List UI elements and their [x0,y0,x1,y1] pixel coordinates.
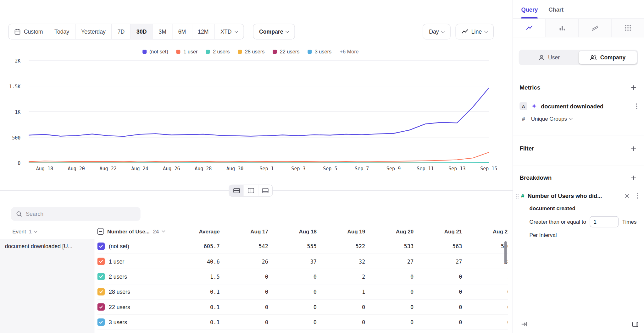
split-vertical-icon[interactable] [244,185,258,196]
legend-item[interactable]: 2 users [206,49,230,54]
series-checkbox[interactable] [97,243,105,250]
table-scrollbar[interactable] [504,241,507,264]
table-row: 3 users0.1000000 [97,315,508,330]
breakdown-condition-label[interactable]: Greater than or equal to [530,219,586,225]
company-icon [590,54,597,61]
scope-company-button[interactable]: Company [579,51,637,64]
kebab-icon[interactable] [636,103,637,109]
breakdown-value-input[interactable] [590,216,619,227]
cell-value: 0 [414,274,462,280]
aggregation-label: Unique Groups [531,116,567,122]
metric-item[interactable]: A document downloaded # Unique Groups [513,102,644,122]
scope-company-label: Company [600,54,625,61]
granularity-button[interactable]: Day [423,24,451,40]
legend-more[interactable]: +6 More [340,49,358,54]
cell-value: 555 [268,243,317,249]
add-metric-button[interactable] [629,83,637,91]
add-breakdown-button[interactable] [629,173,637,182]
legend-swatch [238,50,242,54]
drag-handle-icon[interactable] [516,194,519,199]
cell-value: 536 [462,243,508,249]
cell-value: 0 [462,304,508,310]
breakdown-property-name[interactable]: Number of Users who did... [528,193,602,199]
legend-item[interactable]: (not set) [142,49,168,54]
series-checkbox[interactable] [97,273,105,281]
grid-dots-icon[interactable] [611,19,644,37]
cell-value: 2 [317,274,365,280]
event-name-cell[interactable]: document downloaded [U... [0,239,94,333]
line-chart-icon[interactable] [513,19,545,37]
legend-swatch [273,50,277,54]
series-checkbox[interactable] [97,319,105,326]
line-chart[interactable] [29,60,489,163]
legend-item[interactable]: 1 user [176,49,198,54]
average-value: 605.7 [177,243,220,249]
tab-chart[interactable]: Chart [548,0,564,19]
flow-chart-icon[interactable] [578,19,611,37]
split-horizontal-icon[interactable] [229,185,244,196]
kebab-icon[interactable] [636,193,638,199]
series-count: 24 [153,228,159,235]
chart-style-label: Line [471,29,482,35]
metric-name: document downloaded [541,103,603,109]
series-column-header[interactable]: Number of Use... 24 [97,228,165,235]
legend-item[interactable]: 28 users [238,49,265,54]
chevron-down-icon [162,229,165,232]
add-filter-button[interactable] [629,145,637,153]
date-column-header: Aug 18 [268,229,317,235]
close-icon[interactable] [625,194,629,198]
breakdown-per-interval[interactable]: Per Interval [513,232,638,238]
event-column-header[interactable]: Event 1 [12,229,37,235]
breakdown-title: Breakdown [519,174,552,181]
breakdown-unit-label: Times [622,219,637,225]
cell-value: 1 [462,274,508,280]
average-value: 40.6 [177,258,220,265]
range-preset-12m[interactable]: 12M [192,24,214,39]
hash-icon: # [521,193,524,199]
average-value: 0.1 [177,289,220,295]
date-column-header: Aug 22 [462,229,508,235]
search-input[interactable] [26,211,136,217]
series-checkbox[interactable] [97,288,105,296]
cell-value: 28 [462,258,508,265]
collapse-panel-icon[interactable] [521,321,528,327]
range-preset-today[interactable]: Today [49,24,75,39]
calendar-icon [14,29,21,35]
custom-range-button[interactable]: Custom [8,24,48,39]
legend-swatch [308,50,312,54]
filter-section-header: Filter [513,145,644,153]
legend-item[interactable]: 22 users [273,49,300,54]
tab-query[interactable]: Query [521,0,538,19]
bottom-panel-icon[interactable] [258,185,272,196]
cell-value: 26 [220,258,268,265]
search-box[interactable] [11,207,140,221]
cell-value: 0 [365,304,414,310]
bar-chart-icon[interactable] [546,19,578,37]
sidebar-icon[interactable] [632,321,638,327]
user-icon [539,54,545,61]
range-preset-7d[interactable]: 7D [111,24,130,39]
chart-legend: (not set)1 user2 users28 users22 users3 … [8,49,493,54]
breakdown-event-name[interactable]: document created [513,205,638,211]
series-label: 1 user [109,258,124,265]
select-all-checkbox[interactable] [97,228,104,235]
hash-icon: # [519,116,527,122]
event-count: 1 [29,229,32,235]
scope-user-button[interactable]: User [520,51,579,64]
cell-value: 0 [220,274,268,280]
compare-button[interactable]: Compare [253,24,295,40]
series-checkbox[interactable] [97,303,105,311]
table-header: Event 1 Number of Use... 24 Average Aug … [0,225,508,239]
aggregation-dropdown[interactable]: Unique Groups [531,116,572,122]
xtd-button[interactable]: XTD [214,24,244,39]
range-preset-6m[interactable]: 6M [172,24,192,39]
series-checkbox[interactable] [97,258,105,265]
table-row: 22 users0.1000000 [97,299,508,314]
range-preset-30d[interactable]: 30D [130,24,153,39]
event-name-label: document downloaded [U... [5,243,73,250]
chart-style-button[interactable]: Line [456,24,494,40]
legend-item[interactable]: 3 users [308,49,331,54]
cell-value: 0 [268,289,317,295]
range-preset-3m[interactable]: 3M [153,24,172,39]
range-preset-yesterday[interactable]: Yesterday [75,24,111,39]
